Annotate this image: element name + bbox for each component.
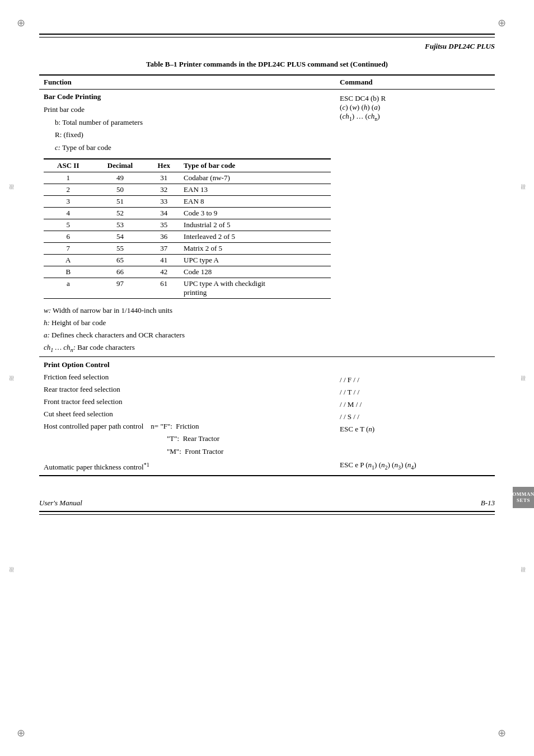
front-tractor-label: Front tractor feed selection (44, 396, 331, 408)
type-val: Code 128 (180, 266, 331, 278)
decimal-val: 52 (93, 207, 148, 219)
host-controlled-m: "M": Front Tractor (44, 445, 331, 458)
type-val: Industrial 2 of 5 (180, 219, 331, 231)
footer-right: B-13 (481, 499, 495, 508)
col-command: Command (335, 75, 495, 90)
decimal-val: 54 (93, 231, 148, 242)
host-controlled-label: Host controlled paper path control n= "F… (44, 420, 331, 433)
ascii-val: 5 (44, 219, 93, 231)
table-row: 4 52 34 Code 3 to 9 (44, 207, 331, 219)
type-val: UPC type A (180, 254, 331, 266)
table-row: a 97 61 UPC type A with checkdigitprinti… (44, 278, 331, 298)
barcode-desc-0: Print bar code (44, 104, 331, 116)
type-val: EAN 8 (180, 195, 331, 207)
note-w: w: Width of narrow bar in 1/1440-inch un… (44, 304, 331, 317)
print-option-commands: / / F / / / / T / / / / M / / / / S / / … (340, 361, 490, 461)
hex-val: 35 (147, 219, 180, 231)
page: ≋ ≋ ≋ ≋ ≋ ≋ ⊕ ⊕ ⊕ ⊕ Fujitsu DPL24C PLUS … (0, 0, 534, 756)
cmd-empty (340, 361, 490, 374)
type-val: Matrix 2 of 5 (180, 242, 331, 254)
hex-val: 36 (147, 231, 180, 242)
spiral-mark: ≋ (518, 566, 528, 573)
main-table: Function Command Bar Code Printing Print… (39, 74, 495, 476)
hex-val: 37 (147, 242, 180, 254)
corner-mark-tl: ⊕ (17, 17, 25, 29)
cmd-line-3: (ch1) … (chn) (340, 112, 490, 122)
footer: User's Manual B-13 (39, 499, 495, 508)
barcode-title: Bar Code Printing (44, 92, 101, 101)
print-option-command-cell: / / F / / / / T / / / / M / / / / S / / … (335, 356, 495, 476)
table-row: B 66 42 Code 128 (44, 266, 331, 278)
corner-mark-tr: ⊕ (498, 17, 506, 29)
header-rule-top (39, 34, 495, 35)
spiral-mark: ≋ (7, 566, 16, 573)
auto-thickness-label: Automatic paper thickness control*1 (44, 460, 331, 473)
cmd-cut: / / S / / (340, 411, 490, 423)
ascii-val: 3 (44, 195, 93, 207)
cmd-friction: / / F / / (340, 374, 490, 386)
ascii-val: 1 (44, 172, 93, 184)
print-option-function-cell: Print Option Control Friction feed selec… (39, 356, 335, 476)
print-option-content: Print Option Control Friction feed selec… (44, 359, 331, 458)
type-val: Interleaved 2 of 5 (180, 231, 331, 242)
hex-val: 42 (147, 266, 180, 278)
cmd-front: / / M / / (340, 398, 490, 411)
corner-mark-br: ⊕ (498, 727, 506, 739)
type-val: UPC type A with checkdigitprinting (180, 278, 331, 298)
footer-rule-bottom (39, 514, 495, 515)
cmd-line-1: ESC DC4 (b) R (340, 94, 490, 103)
decimal-val: 66 (93, 266, 148, 278)
decimal-val: 97 (93, 278, 148, 298)
hex-val: 41 (147, 254, 180, 266)
note-a: a: Defines check characters and OCR char… (44, 329, 331, 341)
barcode-description: Bar Code Printing Print bar code b: Tota… (44, 91, 331, 154)
cmd-line-2: (c) (w) (h) (a) (340, 103, 490, 112)
rear-tractor-label: Rear tractor feed selection (44, 383, 331, 396)
cmd-host-blank1 (340, 435, 490, 448)
spiral-mark: ≋ (7, 184, 16, 190)
auto-thickness: Automatic paper thickness control*1 (44, 460, 331, 473)
hex-val: 31 (147, 172, 180, 184)
barcode-command-cell: ESC DC4 (b) R (c) (w) (h) (a) (ch1) … (c… (335, 90, 495, 357)
decimal-val: 49 (93, 172, 148, 184)
decimal-val: 53 (93, 219, 148, 231)
barcode-table-header-row: ASC II Decimal Hex Type of bar code (44, 159, 331, 172)
header-rule-bottom (39, 37, 495, 37)
table-row: 1 49 31 Codabar (nw-7) (44, 172, 331, 184)
type-val: EAN 13 (180, 184, 331, 195)
table-row: 5 53 35 Industrial 2 of 5 (44, 219, 331, 231)
sidebar-line-2: SETS (517, 497, 530, 504)
cut-sheet-label: Cut sheet feed selection (44, 408, 331, 420)
spiral-binding-right: ≋ ≋ ≋ (517, 0, 528, 756)
sidebar-line-1: COMMAND (508, 491, 534, 497)
barcode-desc-1: b: Total number of parameters (44, 117, 331, 129)
spiral-binding-left: ≋ ≋ ≋ (6, 0, 17, 756)
friction-label: Friction feed selection (44, 371, 331, 383)
ascii-val: 7 (44, 242, 93, 254)
col-hex: Hex (147, 159, 180, 172)
decimal-val: 50 (93, 184, 148, 195)
table-row: 6 54 36 Interleaved 2 of 5 (44, 231, 331, 242)
hex-val: 34 (147, 207, 180, 219)
hex-val: 33 (147, 195, 180, 207)
ascii-val: B (44, 266, 93, 278)
auto-thickness-cmd: ESC e P (n1) (n2) (n3) (n4) (340, 461, 490, 471)
decimal-val: 65 (93, 254, 148, 266)
table-row: 7 55 37 Matrix 2 of 5 (44, 242, 331, 254)
cmd-host-blank2 (340, 448, 490, 461)
barcode-notes: w: Width of narrow bar in 1/1440-inch un… (44, 304, 331, 355)
ascii-val: a (44, 278, 93, 298)
barcode-inner-table: ASC II Decimal Hex Type of bar code 1 49… (44, 158, 331, 299)
spiral-mark: ≋ (7, 375, 16, 382)
cmd-thickness: ESC e P (n1) (n2) (n3) (n4) (340, 461, 490, 471)
table-row: Print Option Control Friction feed selec… (39, 356, 495, 476)
col-function: Function (39, 75, 335, 90)
spiral-mark: ≋ (518, 375, 528, 382)
barcode-desc-3: c: Type of bar code (44, 142, 331, 154)
cmd-rear: / / T / / (340, 386, 490, 398)
table-caption: Table B–1 Printer commands in the DPL24C… (39, 60, 495, 69)
col-decimal: Decimal (93, 159, 148, 172)
barcode-commands: ESC DC4 (b) R (c) (w) (h) (a) (ch1) … (c… (340, 94, 490, 122)
header-title: Fujitsu DPL24C PLUS (39, 42, 495, 51)
ascii-val: 2 (44, 184, 93, 195)
